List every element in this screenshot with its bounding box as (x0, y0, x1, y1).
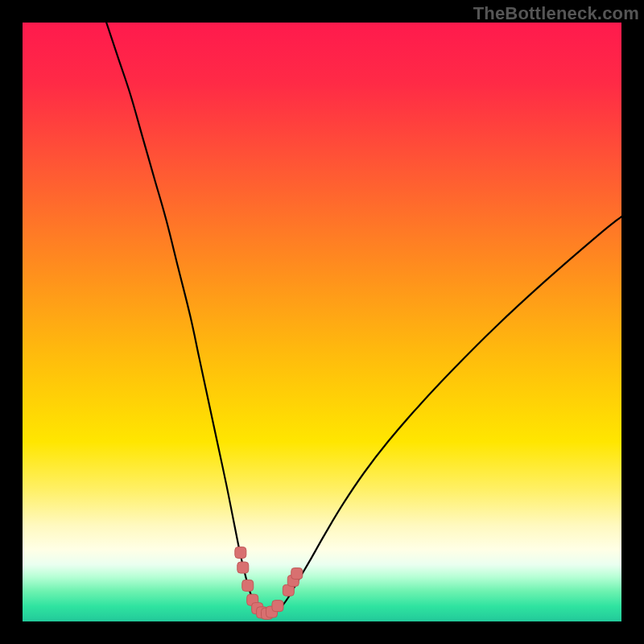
curve-marker (291, 568, 303, 579)
curve-marker (272, 601, 283, 612)
watermark-text: TheBottleneck.com (473, 3, 639, 24)
curve-marker (242, 580, 254, 591)
gradient-background (23, 23, 621, 621)
plot-area (23, 23, 621, 621)
curve-marker (237, 562, 249, 573)
chart-frame: TheBottleneck.com (0, 0, 644, 644)
curve-marker (235, 547, 246, 558)
chart-svg (23, 23, 621, 621)
